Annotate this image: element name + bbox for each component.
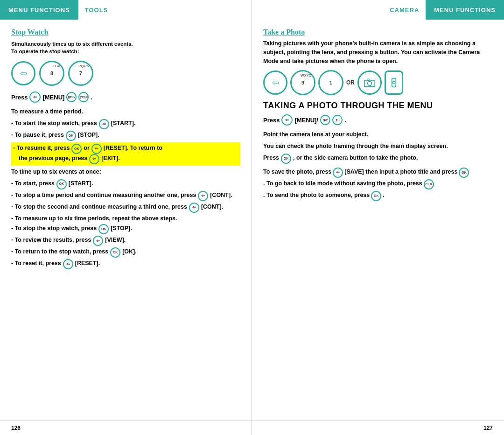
arrow-icon-7: ⇦ xyxy=(93,236,103,246)
camera-btn-9wxyz: 9WXYZ xyxy=(290,70,315,95)
left-tools-label: TOOLS xyxy=(78,0,115,20)
ok-icon-1: OK xyxy=(99,119,109,129)
ok-save-icon: OK xyxy=(459,168,469,178)
measure-text: To measure a time period. xyxy=(11,107,240,116)
left-menu-functions-label: MENU FUNCTIONS xyxy=(0,0,78,20)
right-page: CAMERA MENU FUNCTIONS Take a Photo Takin… xyxy=(252,0,504,435)
ok-send-icon: OK xyxy=(371,191,381,201)
button-diagram-row: ⇦ 8TUV 7PQRS xyxy=(11,61,240,86)
right-camera-label: CAMERA xyxy=(252,0,426,20)
ok-right-icon: OK xyxy=(281,154,291,164)
camera-btn-arrow: ⇦ xyxy=(263,70,287,95)
ok-icon-3: OK xyxy=(71,144,82,154)
ok-icon-5: OK xyxy=(98,224,109,234)
right-content: Take a Photo Taking pictures with your p… xyxy=(252,20,504,421)
or-label: OR xyxy=(346,79,355,86)
arrow-icon-8: ⇦ xyxy=(63,259,73,269)
clr-icon: CLR xyxy=(424,179,434,189)
right-arrow-icon: ⇦ xyxy=(281,114,293,126)
intro-text: Simultaneously times up to six different… xyxy=(11,40,240,55)
list-item-10: - To reset it, press ⇦ [RESET]. xyxy=(11,259,240,269)
btn-arrow-left: ⇦ xyxy=(11,61,35,85)
left-header: MENU FUNCTIONS TOOLS xyxy=(0,0,252,20)
ok-icon-6: OK xyxy=(110,247,120,258)
list-item-6: - To measure up to six time periods, rep… xyxy=(11,214,240,223)
take-photo-title: Take a Photo xyxy=(263,28,493,36)
camera-btn-1: 1□ xyxy=(318,70,343,95)
ok-icon-4: OK xyxy=(56,179,67,189)
right-header: CAMERA MENU FUNCTIONS xyxy=(252,0,504,20)
time-events-text: To time up to six events at once: xyxy=(11,168,240,176)
take-photo-intro: Taking pictures with your phone's built-… xyxy=(263,39,493,65)
arrow-icon-5: ⇦ xyxy=(198,191,208,201)
ok-icon-2: OK xyxy=(66,131,76,141)
btn-7pqrs: 7PQRS xyxy=(68,61,93,86)
right-menu-functions-label: MENU FUNCTIONS xyxy=(426,0,504,20)
list-item-2: - To pause it, press OK [STOP]. xyxy=(11,131,240,141)
save-photo-block: To save the photo, press ⇦ [SAVE] then i… xyxy=(263,168,493,201)
btn-8tuv: 8TUV xyxy=(39,61,64,86)
list-item-9: - To return to the stop watch, press OK … xyxy=(11,247,240,258)
arrow-icon-6: ⇦ xyxy=(189,203,199,213)
stop-watch-title: Stop Watch xyxy=(11,28,240,36)
press-arrow-icon: ⇦ xyxy=(29,91,41,103)
press-line: Press ⇦ [MENU] 8TUV 7PQR . xyxy=(11,91,240,103)
right-footer: 127 xyxy=(252,421,504,435)
list-item-4: - To stop a time period and continue mea… xyxy=(11,191,240,201)
list-item-1: - To start the stop watch, press OK [STA… xyxy=(11,119,240,129)
highlighted-block: - To resume it, press OK or ⇦ [RESET]. T… xyxy=(11,142,240,166)
svg-point-1 xyxy=(368,82,372,86)
camera-main-btn xyxy=(357,70,382,95)
arrow-icon-4: ⇦ xyxy=(89,154,99,164)
taking-photo-title: TAKING A PHOTO THROUGH THE MENU xyxy=(263,101,493,111)
svg-point-4 xyxy=(392,82,395,84)
left-footer: 126 xyxy=(0,421,252,435)
arrow-save-icon: ⇦ xyxy=(333,168,343,178)
list-items: - To start the stop watch, press OK [STA… xyxy=(11,119,240,270)
left-content: Stop Watch Simultaneously times up to si… xyxy=(0,20,252,421)
press-7-icon: 7PQR xyxy=(78,92,89,102)
check-framing-text: You can check the photo framing through … xyxy=(263,142,493,151)
list-item-7: - To stop the stop watch, press OK [STOP… xyxy=(11,224,240,234)
side-camera-btn xyxy=(385,70,403,95)
arrow-icon-3: ⇦ xyxy=(91,144,102,154)
press-ok-text: Press OK , or the side camera button to … xyxy=(263,154,493,164)
right-1-icon: 1□ xyxy=(332,115,343,125)
camera-button-row: ⇦ 9WXYZ 1□ OR xyxy=(263,70,493,95)
right-page-number: 127 xyxy=(483,425,493,431)
right-9-icon: 9W xyxy=(320,115,330,125)
right-press-line: Press ⇦ [MENU]/ 9W 1□ . xyxy=(263,114,493,126)
press-8-icon: 8TUV xyxy=(66,92,77,102)
point-camera-text: Point the camera lens at your subject. xyxy=(263,130,493,139)
list-item-8: - To review the results, press ⇦ [VIEW]. xyxy=(11,236,240,246)
left-page: MENU FUNCTIONS TOOLS Stop Watch Simultan… xyxy=(0,0,252,435)
list-item-3: - To start, press OK [START]. xyxy=(11,179,240,189)
list-item-5: - To stop the second and continue measur… xyxy=(11,203,240,213)
left-page-number: 126 xyxy=(11,425,21,431)
